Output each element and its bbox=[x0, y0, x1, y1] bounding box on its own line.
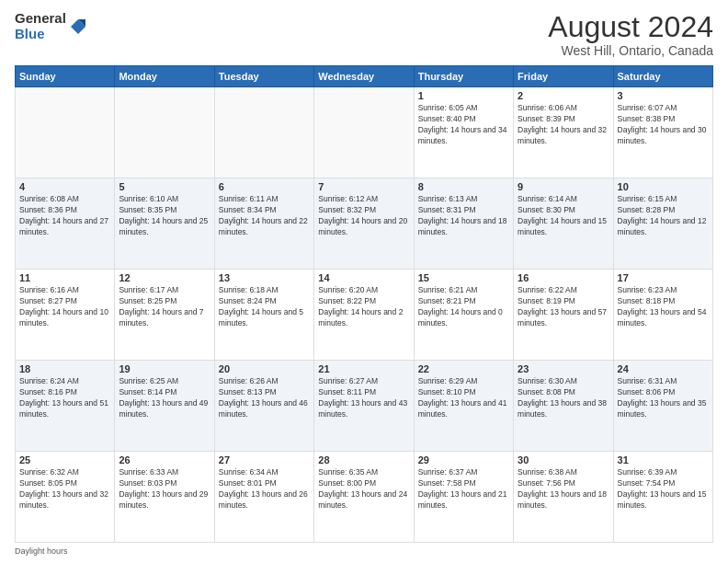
weekday-header-monday: Monday bbox=[115, 66, 214, 87]
day-number: 24 bbox=[618, 363, 709, 374]
day-info: Sunrise: 6:34 AMSunset: 8:01 PMDaylight:… bbox=[219, 467, 310, 511]
day-number: 21 bbox=[318, 363, 409, 374]
calendar-cell: 5Sunrise: 6:10 AMSunset: 8:35 PMDaylight… bbox=[115, 178, 214, 270]
day-info: Sunrise: 6:07 AMSunset: 8:38 PMDaylight:… bbox=[618, 103, 709, 147]
calendar-cell: 4Sunrise: 6:08 AMSunset: 8:36 PMDaylight… bbox=[16, 178, 115, 270]
day-number: 19 bbox=[119, 363, 210, 374]
calendar-cell bbox=[115, 87, 214, 178]
calendar-cell: 20Sunrise: 6:26 AMSunset: 8:13 PMDayligh… bbox=[214, 361, 313, 452]
calendar-cell: 22Sunrise: 6:29 AMSunset: 8:10 PMDayligh… bbox=[414, 361, 513, 452]
day-number: 5 bbox=[119, 181, 210, 192]
calendar-cell: 6Sunrise: 6:11 AMSunset: 8:34 PMDaylight… bbox=[214, 178, 313, 270]
logo-blue: Blue bbox=[15, 27, 66, 42]
weekday-header-tuesday: Tuesday bbox=[214, 66, 313, 87]
day-number: 23 bbox=[518, 363, 609, 374]
day-number: 13 bbox=[219, 272, 310, 283]
day-number: 16 bbox=[518, 272, 609, 283]
weekday-header-thursday: Thursday bbox=[414, 66, 513, 87]
day-number: 4 bbox=[19, 181, 110, 192]
legend: Daylight hours bbox=[15, 546, 713, 556]
calendar-cell: 15Sunrise: 6:21 AMSunset: 8:21 PMDayligh… bbox=[414, 270, 513, 361]
day-number: 11 bbox=[19, 272, 110, 283]
day-info: Sunrise: 6:11 AMSunset: 8:34 PMDaylight:… bbox=[219, 194, 310, 238]
logo-icon bbox=[69, 17, 87, 36]
title-block: August 2024 West Hill, Ontario, Canada bbox=[548, 11, 713, 58]
day-number: 12 bbox=[119, 272, 210, 283]
day-info: Sunrise: 6:16 AMSunset: 8:27 PMDaylight:… bbox=[19, 285, 110, 329]
day-info: Sunrise: 6:39 AMSunset: 7:54 PMDaylight:… bbox=[618, 467, 709, 511]
day-info: Sunrise: 6:14 AMSunset: 8:30 PMDaylight:… bbox=[518, 194, 609, 238]
calendar-cell: 14Sunrise: 6:20 AMSunset: 8:22 PMDayligh… bbox=[314, 270, 414, 361]
day-info: Sunrise: 6:23 AMSunset: 8:18 PMDaylight:… bbox=[618, 285, 709, 329]
day-number: 17 bbox=[618, 272, 709, 283]
main-title: August 2024 bbox=[548, 11, 713, 43]
day-info: Sunrise: 6:26 AMSunset: 8:13 PMDaylight:… bbox=[219, 376, 310, 420]
day-info: Sunrise: 6:25 AMSunset: 8:14 PMDaylight:… bbox=[119, 376, 210, 420]
calendar-cell bbox=[214, 87, 313, 178]
calendar-week-row: 25Sunrise: 6:32 AMSunset: 8:05 PMDayligh… bbox=[16, 452, 713, 543]
calendar-cell: 1Sunrise: 6:05 AMSunset: 8:40 PMDaylight… bbox=[414, 87, 513, 178]
day-info: Sunrise: 6:22 AMSunset: 8:19 PMDaylight:… bbox=[518, 285, 609, 329]
calendar-cell: 21Sunrise: 6:27 AMSunset: 8:11 PMDayligh… bbox=[314, 361, 414, 452]
weekday-header-row: SundayMondayTuesdayWednesdayThursdayFrid… bbox=[16, 66, 713, 87]
calendar-week-row: 4Sunrise: 6:08 AMSunset: 8:36 PMDaylight… bbox=[16, 178, 713, 270]
day-number: 25 bbox=[19, 454, 110, 465]
calendar-cell: 31Sunrise: 6:39 AMSunset: 7:54 PMDayligh… bbox=[613, 452, 712, 543]
day-number: 10 bbox=[618, 181, 709, 192]
calendar-cell: 9Sunrise: 6:14 AMSunset: 8:30 PMDaylight… bbox=[514, 178, 613, 270]
calendar-cell: 16Sunrise: 6:22 AMSunset: 8:19 PMDayligh… bbox=[514, 270, 613, 361]
day-info: Sunrise: 6:08 AMSunset: 8:36 PMDaylight:… bbox=[19, 194, 110, 238]
day-number: 6 bbox=[219, 181, 310, 192]
calendar-cell: 7Sunrise: 6:12 AMSunset: 8:32 PMDaylight… bbox=[314, 178, 414, 270]
day-number: 7 bbox=[318, 181, 409, 192]
day-number: 20 bbox=[219, 363, 310, 374]
day-number: 30 bbox=[518, 454, 609, 465]
day-info: Sunrise: 6:24 AMSunset: 8:16 PMDaylight:… bbox=[19, 376, 110, 420]
calendar-cell: 29Sunrise: 6:37 AMSunset: 7:58 PMDayligh… bbox=[414, 452, 513, 543]
day-info: Sunrise: 6:35 AMSunset: 8:00 PMDaylight:… bbox=[318, 467, 409, 511]
day-number: 14 bbox=[318, 272, 409, 283]
day-info: Sunrise: 6:18 AMSunset: 8:24 PMDaylight:… bbox=[219, 285, 310, 329]
daylight-legend-label: Daylight hours bbox=[15, 546, 68, 556]
day-number: 27 bbox=[219, 454, 310, 465]
day-info: Sunrise: 6:20 AMSunset: 8:22 PMDaylight:… bbox=[318, 285, 409, 329]
day-info: Sunrise: 6:29 AMSunset: 8:10 PMDaylight:… bbox=[418, 376, 509, 420]
day-number: 29 bbox=[418, 454, 509, 465]
calendar-cell bbox=[314, 87, 414, 178]
day-info: Sunrise: 6:06 AMSunset: 8:39 PMDaylight:… bbox=[518, 103, 609, 147]
calendar-cell: 13Sunrise: 6:18 AMSunset: 8:24 PMDayligh… bbox=[214, 270, 313, 361]
day-number: 9 bbox=[518, 181, 609, 192]
calendar-cell: 8Sunrise: 6:13 AMSunset: 8:31 PMDaylight… bbox=[414, 178, 513, 270]
day-number: 2 bbox=[518, 90, 609, 101]
subtitle: West Hill, Ontario, Canada bbox=[548, 43, 713, 58]
calendar-cell bbox=[16, 87, 115, 178]
day-number: 15 bbox=[418, 272, 509, 283]
day-info: Sunrise: 6:37 AMSunset: 7:58 PMDaylight:… bbox=[418, 467, 509, 511]
day-number: 1 bbox=[418, 90, 509, 101]
day-info: Sunrise: 6:05 AMSunset: 8:40 PMDaylight:… bbox=[418, 103, 509, 147]
weekday-header-sunday: Sunday bbox=[16, 66, 115, 87]
header: General Blue August 2024 West Hill, Onta… bbox=[15, 11, 713, 58]
logo-text: General Blue bbox=[15, 11, 66, 41]
calendar-cell: 11Sunrise: 6:16 AMSunset: 8:27 PMDayligh… bbox=[16, 270, 115, 361]
calendar-cell: 27Sunrise: 6:34 AMSunset: 8:01 PMDayligh… bbox=[214, 452, 313, 543]
day-info: Sunrise: 6:30 AMSunset: 8:08 PMDaylight:… bbox=[518, 376, 609, 420]
weekday-header-saturday: Saturday bbox=[613, 66, 712, 87]
calendar-cell: 2Sunrise: 6:06 AMSunset: 8:39 PMDaylight… bbox=[514, 87, 613, 178]
calendar-cell: 19Sunrise: 6:25 AMSunset: 8:14 PMDayligh… bbox=[115, 361, 214, 452]
calendar-cell: 17Sunrise: 6:23 AMSunset: 8:18 PMDayligh… bbox=[613, 270, 712, 361]
calendar-cell: 3Sunrise: 6:07 AMSunset: 8:38 PMDaylight… bbox=[613, 87, 712, 178]
day-number: 28 bbox=[318, 454, 409, 465]
day-info: Sunrise: 6:12 AMSunset: 8:32 PMDaylight:… bbox=[318, 194, 409, 238]
logo: General Blue bbox=[15, 11, 87, 41]
day-info: Sunrise: 6:32 AMSunset: 8:05 PMDaylight:… bbox=[19, 467, 110, 511]
day-info: Sunrise: 6:33 AMSunset: 8:03 PMDaylight:… bbox=[119, 467, 210, 511]
calendar-cell: 18Sunrise: 6:24 AMSunset: 8:16 PMDayligh… bbox=[16, 361, 115, 452]
day-info: Sunrise: 6:13 AMSunset: 8:31 PMDaylight:… bbox=[418, 194, 509, 238]
day-info: Sunrise: 6:17 AMSunset: 8:25 PMDaylight:… bbox=[119, 285, 210, 329]
day-info: Sunrise: 6:21 AMSunset: 8:21 PMDaylight:… bbox=[418, 285, 509, 329]
day-number: 3 bbox=[618, 90, 709, 101]
calendar-cell: 30Sunrise: 6:38 AMSunset: 7:56 PMDayligh… bbox=[514, 452, 613, 543]
calendar-cell: 25Sunrise: 6:32 AMSunset: 8:05 PMDayligh… bbox=[16, 452, 115, 543]
weekday-header-friday: Friday bbox=[514, 66, 613, 87]
